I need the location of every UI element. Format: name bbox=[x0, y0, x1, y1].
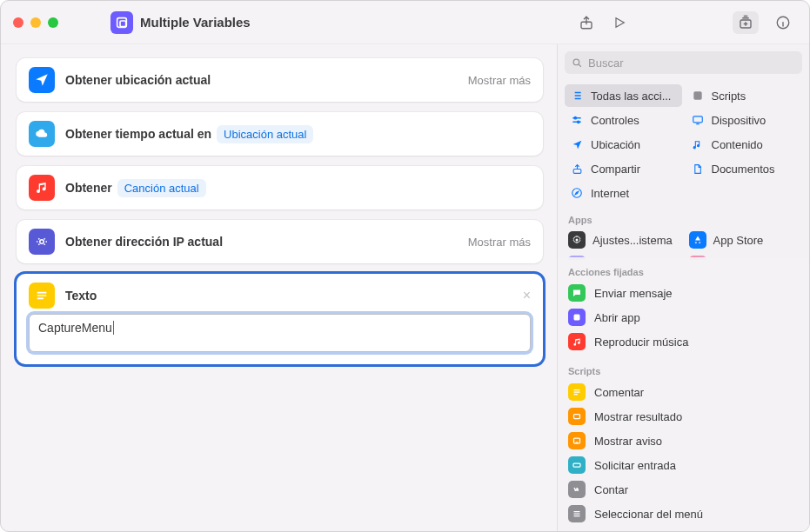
window-title: Multiple Variables bbox=[140, 15, 251, 30]
menu-icon bbox=[568, 505, 586, 522]
titlebar: Multiple Variables bbox=[1, 1, 809, 44]
svg-point-8 bbox=[573, 59, 579, 65]
scripts-section-header: Scripts bbox=[558, 359, 809, 380]
ask-icon bbox=[568, 456, 586, 474]
svg-point-7 bbox=[40, 240, 44, 244]
action-get-current-weather[interactable]: Obtener tiempo actual en Ubicación actua… bbox=[17, 112, 543, 156]
action-label: Obtener ubicación actual bbox=[65, 73, 211, 87]
open-app-icon bbox=[568, 309, 586, 326]
appstore-icon bbox=[689, 231, 706, 249]
svg-rect-19 bbox=[573, 463, 580, 467]
library-button[interactable] bbox=[733, 11, 759, 34]
minimize-window-button[interactable] bbox=[30, 17, 41, 28]
script-ask-input[interactable]: Solicitar entrada bbox=[563, 453, 804, 477]
pinned-play-music[interactable]: Reproducir música bbox=[563, 329, 804, 354]
show-more-button[interactable]: Mostrar más bbox=[468, 236, 531, 249]
category-internet[interactable]: Internet bbox=[565, 182, 682, 204]
device-icon bbox=[691, 113, 705, 127]
svg-point-15 bbox=[576, 239, 579, 242]
show-more-button[interactable]: Mostrar más bbox=[468, 74, 531, 87]
window-controls bbox=[13, 17, 58, 28]
list-icon bbox=[570, 89, 584, 103]
shortcut-app-icon bbox=[110, 11, 133, 34]
app-window: Multiple Variables Obtener bbox=[0, 0, 810, 532]
comment-icon bbox=[568, 383, 586, 401]
action-label: Obtener bbox=[65, 181, 112, 195]
workflow-editor: Obtener ubicación actual Mostrar más Obt… bbox=[1, 44, 557, 531]
music-note-icon bbox=[29, 175, 55, 201]
svg-rect-12 bbox=[693, 116, 702, 123]
location-arrow-icon bbox=[29, 67, 55, 93]
remove-action-button[interactable]: × bbox=[523, 288, 531, 303]
pinned-actions-list: Enviar mensaje Abrir app Reproducir músi… bbox=[558, 281, 809, 359]
category-location[interactable]: Ubicación bbox=[565, 133, 682, 156]
share-small-icon bbox=[570, 162, 584, 176]
script-choose-menu[interactable]: Seleccionar del menú bbox=[563, 502, 804, 526]
action-label: Obtener dirección IP actual bbox=[65, 235, 223, 249]
sidebar-toolbar bbox=[733, 10, 797, 35]
safari-icon bbox=[570, 186, 584, 200]
share-icon bbox=[579, 15, 594, 30]
text-lines-icon bbox=[29, 283, 55, 309]
script-show-result[interactable]: Mostrar resultado bbox=[563, 404, 804, 429]
svg-rect-17 bbox=[574, 415, 580, 419]
run-button[interactable] bbox=[606, 10, 633, 35]
library-icon bbox=[738, 15, 753, 30]
nav-arrow-icon bbox=[570, 137, 584, 151]
info-icon bbox=[775, 15, 791, 30]
search-icon bbox=[572, 57, 583, 69]
zoom-window-button[interactable] bbox=[48, 17, 58, 28]
action-get-current-ip[interactable]: Obtener dirección IP actual Mostrar más bbox=[17, 220, 543, 263]
play-icon bbox=[613, 16, 626, 30]
gear-icon bbox=[568, 231, 586, 249]
result-icon bbox=[568, 408, 586, 425]
category-content[interactable]: Contenido bbox=[686, 133, 803, 156]
action-label: Texto bbox=[65, 289, 97, 303]
svg-rect-9 bbox=[693, 91, 701, 99]
apps-section-header: Apps bbox=[558, 208, 809, 229]
svg-point-10 bbox=[574, 117, 576, 119]
text-input[interactable]: CaptureMenu bbox=[29, 314, 531, 352]
category-device[interactable]: Dispositivo bbox=[686, 109, 803, 131]
weather-icon bbox=[29, 121, 55, 147]
info-button[interactable] bbox=[769, 10, 797, 35]
variable-token-current-song[interactable]: Canción actual bbox=[117, 179, 206, 197]
category-grid: Todas las acci... Scripts Controles Disp… bbox=[558, 81, 809, 208]
network-icon bbox=[29, 229, 55, 255]
svg-point-14 bbox=[572, 189, 582, 198]
action-get-current-song[interactable]: Obtener Canción actual bbox=[17, 166, 543, 209]
script-icon bbox=[691, 89, 705, 103]
pinned-send-message[interactable]: Enviar mensaje bbox=[563, 281, 804, 305]
category-scripts[interactable]: Scripts bbox=[686, 84, 803, 107]
search-placeholder: Buscar bbox=[588, 57, 623, 70]
app-app-store[interactable]: App Store bbox=[686, 229, 803, 251]
search-input[interactable]: Buscar bbox=[565, 51, 802, 74]
pinned-open-app[interactable]: Abrir app bbox=[563, 305, 804, 329]
action-label: Obtener tiempo actual en bbox=[65, 127, 211, 141]
script-comment[interactable]: Comentar bbox=[563, 380, 804, 404]
svg-point-11 bbox=[578, 121, 579, 123]
category-all-actions[interactable]: Todas las acci... bbox=[565, 84, 682, 107]
doc-icon bbox=[691, 162, 705, 176]
script-show-alert[interactable]: Mostrar aviso bbox=[563, 429, 804, 453]
category-share[interactable]: Compartir bbox=[565, 157, 682, 180]
action-text[interactable]: Texto × CaptureMenu bbox=[17, 274, 543, 364]
action-library-sidebar: Buscar Todas las acci... Scripts Control… bbox=[557, 44, 809, 531]
svg-rect-13 bbox=[573, 169, 581, 173]
category-documents[interactable]: Documentos bbox=[686, 157, 803, 180]
category-controls[interactable]: Controles bbox=[565, 109, 682, 131]
scripts-actions-list: Comentar Mostrar resultado Mostrar aviso… bbox=[558, 380, 809, 531]
action-get-current-location[interactable]: Obtener ubicación actual Mostrar más bbox=[17, 58, 543, 102]
alert-icon bbox=[568, 432, 586, 449]
actions-overlay: Acciones fijadas Enviar mensaje Abrir ap… bbox=[558, 257, 809, 531]
script-count[interactable]: Contar bbox=[563, 477, 804, 502]
message-icon bbox=[568, 284, 586, 302]
variable-token-current-location[interactable]: Ubicación actual bbox=[217, 125, 313, 143]
svg-rect-1 bbox=[120, 21, 126, 27]
svg-marker-3 bbox=[616, 17, 624, 27]
app-system-settings[interactable]: Ajustes...istema bbox=[565, 229, 682, 251]
close-window-button[interactable] bbox=[13, 17, 23, 28]
share-button[interactable] bbox=[572, 10, 600, 35]
svg-rect-16 bbox=[574, 315, 580, 321]
count-icon bbox=[568, 481, 586, 498]
